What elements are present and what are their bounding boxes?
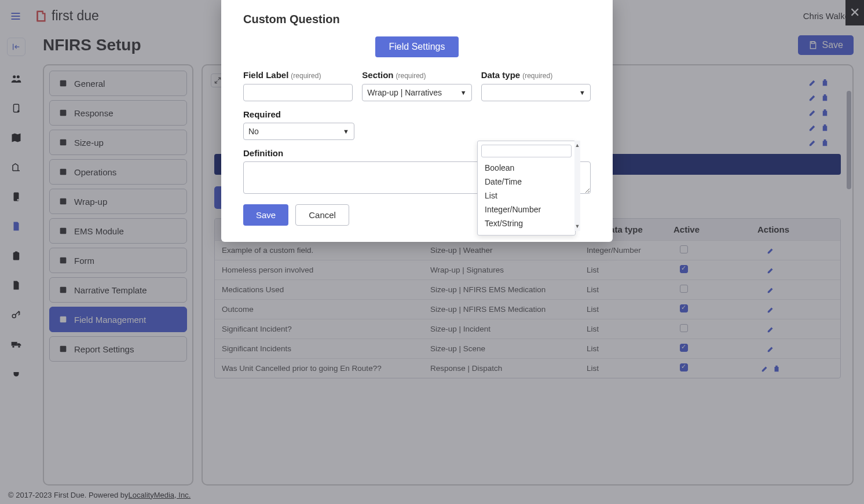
scroll-up-arrow[interactable]: ▲ (575, 142, 580, 148)
dropdown-option[interactable]: Text/String (481, 216, 572, 230)
dropdown-option[interactable]: Boolean (481, 161, 572, 175)
field-label-input[interactable] (243, 84, 353, 101)
chevron-down-icon: ▼ (343, 128, 349, 135)
data-type-dropdown: BooleanDate/TimeListInteger/NumberText/S… (477, 141, 576, 236)
required-hint: (required) (291, 72, 321, 80)
data-type-select[interactable]: ▼ (481, 84, 591, 101)
dropdown-search-input[interactable] (481, 145, 572, 157)
dropdown-option[interactable]: Integer/Number (481, 203, 572, 216)
modal-cancel-button[interactable]: Cancel (295, 204, 349, 226)
modal-title: Custom Question (243, 13, 591, 26)
scroll-down-arrow[interactable]: ▼ (575, 223, 580, 229)
required-select[interactable]: No ▼ (243, 123, 354, 140)
modal-save-button[interactable]: Save (243, 204, 288, 226)
required-select-value: No (248, 127, 259, 136)
dropdown-option[interactable]: Date/Time (481, 175, 572, 189)
tab-field-settings[interactable]: Field Settings (375, 36, 459, 57)
label-field-label: Field Label (243, 70, 288, 80)
section-select-value: Wrap-up | Narratives (367, 88, 442, 97)
section-select[interactable]: Wrap-up | Narratives ▼ (362, 84, 471, 101)
dropdown-option[interactable]: List (481, 189, 572, 203)
chevron-down-icon: ▼ (579, 89, 585, 96)
label-data-type: Data type (481, 70, 521, 80)
chevron-down-icon: ▼ (460, 89, 467, 96)
label-section: Section (362, 70, 393, 80)
label-required: Required (243, 109, 354, 119)
